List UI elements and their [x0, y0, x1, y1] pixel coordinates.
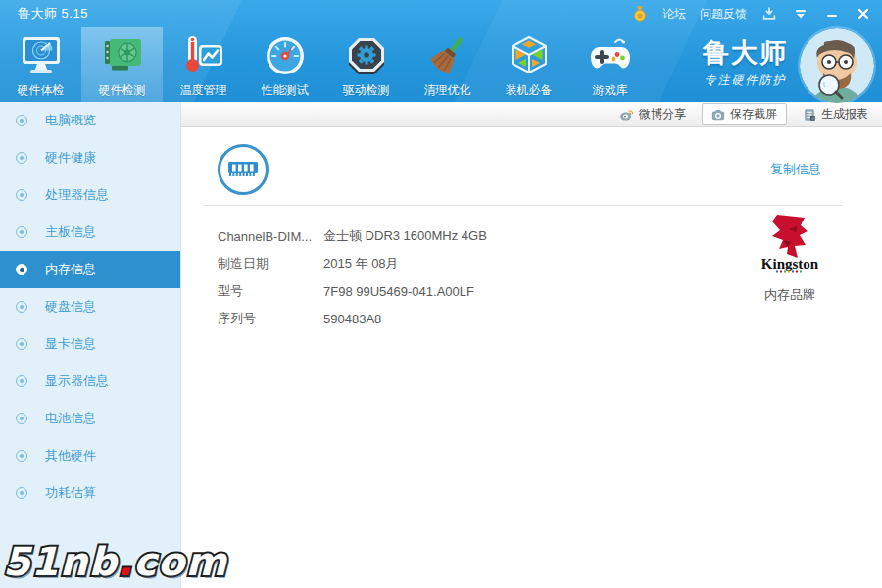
mascot-avatar[interactable]	[800, 28, 874, 103]
radio-icon-selected	[16, 264, 27, 275]
main-toolbar: 硬件体检	[0, 27, 882, 102]
tab-label: 硬件检测	[99, 82, 146, 99]
brand-block: 鲁大师 专注硬件防护	[703, 27, 788, 102]
sidebar-item-other-hardware[interactable]: 其他硬件	[0, 437, 180, 474]
tab-label: 驱动检测	[343, 82, 390, 99]
memory-info-panel: 复制信息 ChannelB-DIM... 金士顿 DDR3 1600MHz 4G…	[181, 127, 882, 588]
download-icon[interactable]	[760, 5, 778, 23]
table-row: ChannelB-DIM... 金士顿 DDR3 1600MHz 4GB	[218, 222, 487, 250]
sidebar-item-disk-info[interactable]: 硬盘信息	[0, 288, 180, 325]
tab-temperature[interactable]: 温度管理	[163, 27, 244, 102]
tab-label: 装机必备	[506, 82, 553, 99]
sidebar-item-power-estimate[interactable]: 功耗估算	[0, 474, 180, 512]
tab-driver-detect[interactable]: 驱动检测	[325, 27, 407, 102]
gear-octagon-icon	[343, 32, 390, 79]
save-screenshot-button[interactable]: 保存截屏	[702, 103, 787, 125]
radio-icon	[16, 450, 27, 462]
tab-label: 温度管理	[180, 82, 227, 99]
row-value: 590483A8	[323, 312, 381, 326]
row-label: 序列号	[218, 310, 323, 327]
report-icon	[803, 108, 816, 122]
tab-game-library[interactable]: 游戏库	[569, 27, 651, 102]
action-bar: 微博分享 保存截屏	[181, 102, 882, 127]
gpu-card-icon	[99, 32, 146, 79]
camera-icon	[711, 108, 725, 122]
radio-icon	[16, 413, 27, 424]
generate-report-button[interactable]: 生成报表	[803, 106, 868, 122]
radio-icon	[16, 338, 27, 350]
skin-icon[interactable]	[792, 5, 809, 23]
app-window: 鲁大师 5.15 论坛 问题反馈	[0, 0, 882, 588]
table-row: 序列号 590483A8	[218, 305, 487, 332]
radio-icon	[16, 301, 27, 313]
row-value: 7F98 99U5469-041.A00LF	[323, 284, 474, 299]
brand-slogan: 专注硬件防护	[705, 73, 787, 89]
radio-icon	[16, 115, 27, 126]
medal-icon[interactable]	[631, 5, 649, 23]
radio-icon	[16, 189, 27, 201]
tab-label: 游戏库	[593, 82, 628, 99]
thermometer-chart-icon	[180, 32, 227, 79]
tab-label: 清理优化	[424, 82, 471, 99]
tab-label: 硬件体检	[18, 82, 65, 99]
sidebar: 电脑概览 硬件健康 处理器信息 主板信息 内存信息 硬盘信息	[0, 102, 181, 588]
feedback-link[interactable]: 问题反馈	[700, 6, 747, 23]
row-label: 型号	[218, 282, 323, 300]
kingston-logo: Kingston	[760, 212, 820, 280]
window-title: 鲁大师 5.15	[18, 5, 88, 23]
radio-icon	[16, 375, 27, 387]
tab-benchmark[interactable]: 性能测试	[244, 27, 325, 102]
sidebar-item-battery-info[interactable]: 电池信息	[0, 400, 180, 437]
memory-brand-card: Kingston 内存品牌	[753, 212, 827, 304]
row-label: ChannelB-DIM...	[218, 229, 323, 244]
speed-gauge-icon	[262, 32, 309, 79]
tab-hardware-detect[interactable]: 硬件检测	[81, 27, 163, 102]
monitor-checkup-icon	[18, 32, 65, 79]
tab-label: 性能测试	[262, 82, 309, 99]
tab-essential-software[interactable]: 装机必备	[488, 27, 569, 102]
tab-hardware-checkup[interactable]: 硬件体检	[0, 27, 81, 102]
brand-name: 鲁大师	[703, 40, 788, 67]
header: 鲁大师 5.15 论坛 问题反馈	[0, 0, 882, 102]
sidebar-item-cpu-info[interactable]: 处理器信息	[0, 176, 180, 214]
table-row: 型号 7F98 99U5469-041.A00LF	[218, 277, 487, 305]
memory-info-table: ChannelB-DIM... 金士顿 DDR3 1600MHz 4GB 制造日…	[218, 222, 487, 332]
radio-icon	[16, 226, 27, 238]
sidebar-item-hardware-health[interactable]: 硬件健康	[0, 139, 180, 176]
weibo-icon	[619, 107, 634, 122]
gamepad-icon	[587, 32, 634, 79]
row-value: 金士顿 DDR3 1600MHz 4GB	[323, 227, 487, 245]
sidebar-item-display-info[interactable]: 显示器信息	[0, 363, 180, 400]
cube-icon	[506, 32, 553, 79]
radio-icon	[16, 487, 27, 499]
sidebar-item-motherboard-info[interactable]: 主板信息	[0, 214, 180, 251]
minimize-icon[interactable]	[823, 5, 841, 23]
close-icon[interactable]	[855, 5, 872, 23]
titlebar: 鲁大师 5.15 论坛 问题反馈	[0, 0, 882, 27]
brand-caption: 内存品牌	[753, 286, 827, 304]
row-label: 制造日期	[218, 255, 323, 272]
sidebar-item-memory-info[interactable]: 内存信息	[0, 251, 180, 288]
memory-module-icon	[218, 144, 269, 195]
copy-info-link[interactable]: 复制信息	[770, 161, 821, 178]
weibo-share-button[interactable]: 微博分享	[619, 106, 686, 122]
radio-icon	[16, 152, 27, 164]
sidebar-item-gpu-info[interactable]: 显卡信息	[0, 325, 180, 363]
table-row: 制造日期 2015 年 08月	[218, 250, 487, 277]
svg-text:Kingston: Kingston	[761, 256, 819, 271]
tab-cleanup[interactable]: 清理优化	[407, 27, 488, 102]
row-value: 2015 年 08月	[323, 255, 399, 272]
divider	[204, 205, 843, 206]
sidebar-item-computer-overview[interactable]: 电脑概览	[0, 102, 180, 139]
forum-link[interactable]: 论坛	[662, 6, 686, 23]
broom-icon	[424, 32, 471, 79]
